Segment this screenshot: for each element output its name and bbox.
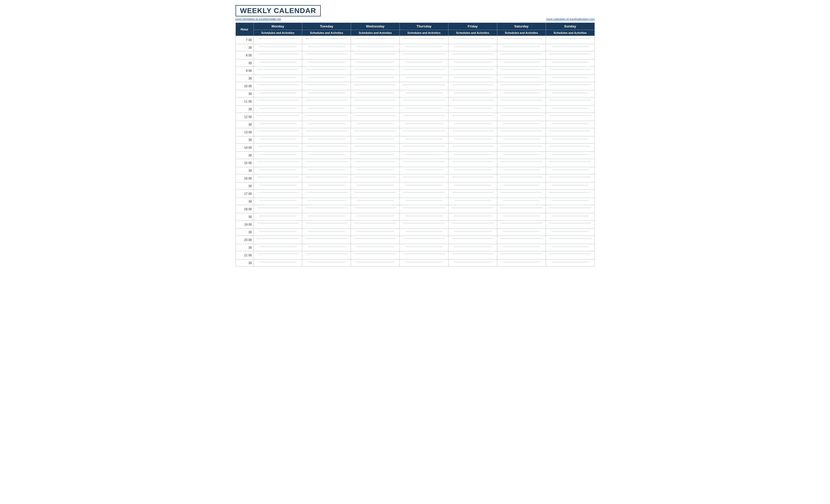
day-cell[interactable] [400,221,448,229]
day-cell[interactable] [497,136,546,143]
day-cell[interactable] [351,198,400,205]
day-cell[interactable] [254,51,302,60]
day-cell[interactable] [254,213,302,221]
day-cell[interactable] [302,182,351,190]
day-cell[interactable] [448,251,497,260]
day-cell[interactable] [254,136,302,143]
day-cell[interactable] [448,190,497,198]
day-cell[interactable] [302,51,351,60]
day-cell[interactable] [546,251,595,260]
day-cell[interactable] [351,82,400,90]
day-cell[interactable] [448,182,497,190]
day-cell[interactable] [302,198,351,205]
day-cell[interactable] [351,67,400,75]
day-cell[interactable] [302,136,351,143]
day-cell[interactable] [302,113,351,121]
day-cell[interactable] [546,36,595,44]
day-cell[interactable] [302,36,351,44]
day-cell[interactable] [400,143,448,152]
day-cell[interactable] [497,229,546,236]
day-cell[interactable] [302,90,351,97]
day-cell[interactable] [351,44,400,51]
day-cell[interactable] [497,167,546,174]
day-cell[interactable] [448,167,497,174]
day-cell[interactable] [546,75,595,82]
day-cell[interactable] [254,75,302,82]
day-cell[interactable] [497,75,546,82]
left-link[interactable]: more templates at exceltemplate.net [235,18,281,21]
day-cell[interactable] [546,152,595,159]
day-cell[interactable] [302,106,351,113]
day-cell[interactable] [254,182,302,190]
day-cell[interactable] [351,136,400,143]
day-cell[interactable] [497,260,546,267]
day-cell[interactable] [448,113,497,121]
day-cell[interactable] [302,221,351,229]
day-cell[interactable] [400,260,448,267]
day-cell[interactable] [400,182,448,190]
day-cell[interactable] [497,182,546,190]
day-cell[interactable] [497,174,546,182]
day-cell[interactable] [546,221,595,229]
day-cell[interactable] [254,190,302,198]
day-cell[interactable] [351,229,400,236]
day-cell[interactable] [497,213,546,221]
day-cell[interactable] [448,36,497,44]
day-cell[interactable] [351,167,400,174]
day-cell[interactable] [351,213,400,221]
day-cell[interactable] [254,97,302,106]
day-cell[interactable] [497,244,546,251]
day-cell[interactable] [400,213,448,221]
day-cell[interactable] [400,128,448,136]
day-cell[interactable] [254,128,302,136]
day-cell[interactable] [546,198,595,205]
day-cell[interactable] [546,143,595,152]
day-cell[interactable] [546,60,595,67]
day-cell[interactable] [497,190,546,198]
day-cell[interactable] [254,236,302,244]
day-cell[interactable] [254,167,302,174]
day-cell[interactable] [448,128,497,136]
day-cell[interactable] [254,251,302,260]
day-cell[interactable] [400,159,448,167]
day-cell[interactable] [497,159,546,167]
day-cell[interactable] [448,67,497,75]
day-cell[interactable] [546,106,595,113]
day-cell[interactable] [448,143,497,152]
day-cell[interactable] [497,251,546,260]
day-cell[interactable] [497,67,546,75]
day-cell[interactable] [400,75,448,82]
day-cell[interactable] [546,113,595,121]
day-cell[interactable] [351,113,400,121]
day-cell[interactable] [351,205,400,213]
day-cell[interactable] [351,221,400,229]
day-cell[interactable] [448,205,497,213]
day-cell[interactable] [302,128,351,136]
day-cell[interactable] [546,190,595,198]
day-cell[interactable] [351,190,400,198]
day-cell[interactable] [302,44,351,51]
day-cell[interactable] [302,159,351,167]
day-cell[interactable] [497,221,546,229]
day-cell[interactable] [400,82,448,90]
day-cell[interactable] [254,221,302,229]
day-cell[interactable] [497,198,546,205]
day-cell[interactable] [254,90,302,97]
day-cell[interactable] [302,152,351,159]
day-cell[interactable] [546,67,595,75]
day-cell[interactable] [302,174,351,182]
day-cell[interactable] [400,190,448,198]
day-cell[interactable] [400,244,448,251]
day-cell[interactable] [497,143,546,152]
day-cell[interactable] [254,67,302,75]
day-cell[interactable] [351,60,400,67]
day-cell[interactable] [254,244,302,251]
day-cell[interactable] [351,174,400,182]
day-cell[interactable] [351,106,400,113]
day-cell[interactable] [497,44,546,51]
day-cell[interactable] [497,106,546,113]
day-cell[interactable] [546,167,595,174]
day-cell[interactable] [351,97,400,106]
day-cell[interactable] [546,136,595,143]
day-cell[interactable] [400,205,448,213]
